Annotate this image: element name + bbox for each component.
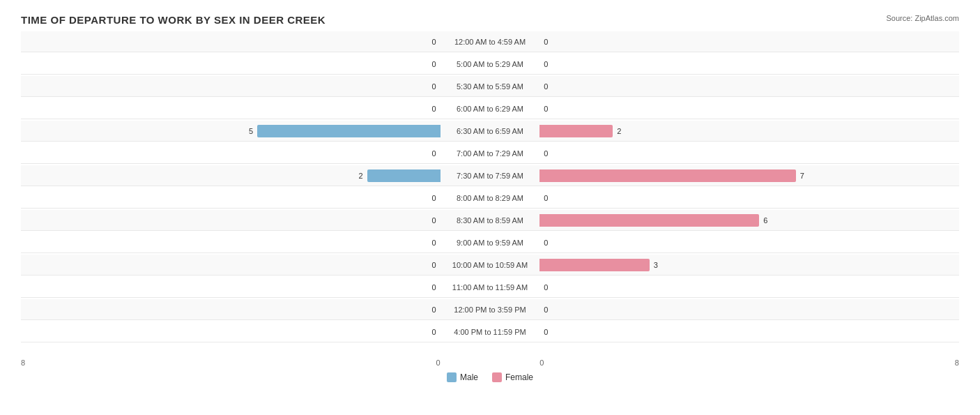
chart-row: 0 4:00 PM to 11:59 PM 0 bbox=[21, 322, 959, 342]
chart-row: 0 6:00 AM to 6:29 AM 0 bbox=[21, 98, 959, 119]
female-section: 0 bbox=[537, 36, 959, 48]
female-section: 2 bbox=[537, 125, 959, 137]
female-value: 3 bbox=[654, 261, 662, 269]
male-value: 0 bbox=[428, 283, 436, 292]
chart-row: 0 11:00 AM to 11:59 AM 0 bbox=[21, 277, 959, 298]
axis-right-max: 8 bbox=[955, 359, 959, 367]
female-bar bbox=[539, 125, 613, 137]
female-section: 0 bbox=[537, 192, 959, 204]
chart-row: 0 5:30 AM to 5:59 AM 0 bbox=[21, 76, 959, 97]
female-value: 0 bbox=[544, 82, 552, 91]
female-section: 6 bbox=[537, 214, 959, 227]
chart-row: 2 7:30 AM to 7:59 AM 7 bbox=[21, 165, 959, 186]
legend-female: Female bbox=[492, 372, 533, 382]
time-label: 9:00 AM to 9:59 AM bbox=[443, 239, 537, 247]
male-section: 0 bbox=[21, 103, 443, 115]
female-value: 0 bbox=[544, 283, 552, 292]
chart-row: 5 6:30 AM to 6:59 AM 2 bbox=[21, 121, 959, 142]
female-value: 0 bbox=[544, 239, 552, 247]
male-section: 5 bbox=[21, 125, 443, 137]
male-value: 0 bbox=[428, 149, 436, 158]
male-value: 5 bbox=[245, 127, 253, 135]
male-section: 0 bbox=[21, 147, 443, 160]
male-section: 0 bbox=[21, 80, 443, 93]
female-section: 0 bbox=[537, 80, 959, 93]
male-value: 0 bbox=[428, 305, 436, 314]
chart-row: 0 9:00 AM to 9:59 AM 0 bbox=[21, 232, 959, 253]
legend-male-label: Male bbox=[460, 372, 478, 382]
female-bar bbox=[539, 259, 650, 271]
female-section: 0 bbox=[537, 326, 959, 338]
male-section: 0 bbox=[21, 192, 443, 204]
male-section: 0 bbox=[21, 58, 443, 70]
chart-row: 0 8:30 AM to 8:59 AM 6 bbox=[21, 210, 959, 231]
time-label: 7:00 AM to 7:29 AM bbox=[443, 149, 537, 158]
male-value: 2 bbox=[355, 172, 363, 180]
chart-row: 0 8:00 AM to 8:29 AM 0 bbox=[21, 188, 959, 209]
chart-container: TIME OF DEPARTURE TO WORK BY SEX IN DEER… bbox=[0, 0, 980, 415]
male-section: 0 bbox=[21, 214, 443, 227]
time-label: 4:00 PM to 11:59 PM bbox=[443, 328, 537, 336]
legend-female-label: Female bbox=[505, 372, 533, 382]
chart-row: 0 7:00 AM to 7:29 AM 0 bbox=[21, 143, 959, 164]
female-section: 3 bbox=[537, 259, 959, 271]
axis-right-zero: 0 bbox=[539, 359, 544, 367]
time-label: 8:30 AM to 8:59 AM bbox=[443, 216, 537, 225]
time-label: 8:00 AM to 8:29 AM bbox=[443, 194, 537, 202]
female-section: 0 bbox=[537, 281, 959, 294]
female-value: 0 bbox=[544, 305, 552, 314]
time-label: 12:00 PM to 3:59 PM bbox=[443, 305, 537, 314]
time-label: 10:00 AM to 10:59 AM bbox=[443, 261, 537, 269]
male-section: 0 bbox=[21, 236, 443, 249]
female-value: 0 bbox=[544, 105, 552, 113]
male-value: 0 bbox=[428, 216, 436, 225]
female-value: 2 bbox=[617, 127, 625, 135]
male-section: 0 bbox=[21, 326, 443, 338]
female-section: 0 bbox=[537, 236, 959, 249]
time-label: 6:00 AM to 6:29 AM bbox=[443, 105, 537, 113]
time-label: 12:00 AM to 4:59 AM bbox=[443, 38, 537, 46]
female-value: 0 bbox=[544, 328, 552, 336]
chart-title: TIME OF DEPARTURE TO WORK BY SEX IN DEER… bbox=[21, 14, 959, 26]
chart-row: 0 5:00 AM to 5:29 AM 0 bbox=[21, 54, 959, 75]
chart-row: 0 12:00 AM to 4:59 AM 0 bbox=[21, 31, 959, 52]
legend-male: Male bbox=[447, 372, 478, 382]
female-value: 0 bbox=[544, 194, 552, 202]
female-value: 0 bbox=[544, 149, 552, 158]
male-value: 0 bbox=[428, 38, 436, 46]
chart-row: 0 12:00 PM to 3:59 PM 0 bbox=[21, 299, 959, 320]
axis-left-max: 8 bbox=[21, 359, 25, 367]
female-section: 0 bbox=[537, 58, 959, 70]
female-bar bbox=[539, 169, 796, 182]
male-bar bbox=[367, 169, 441, 182]
legend: Male Female bbox=[21, 372, 959, 382]
bottom-axis: 8 0 0 8 bbox=[21, 359, 959, 367]
male-value: 0 bbox=[428, 194, 436, 202]
male-value: 0 bbox=[428, 105, 436, 113]
time-label: 5:00 AM to 5:29 AM bbox=[443, 60, 537, 68]
female-bar bbox=[539, 214, 759, 227]
time-label: 6:30 AM to 6:59 AM bbox=[443, 127, 537, 135]
female-section: 7 bbox=[537, 169, 959, 182]
chart-area: 0 12:00 AM to 4:59 AM 0 0 5:00 AM to 5:2… bbox=[21, 31, 959, 356]
female-section: 0 bbox=[537, 303, 959, 316]
male-value: 0 bbox=[428, 60, 436, 68]
male-section: 0 bbox=[21, 281, 443, 294]
legend-female-box bbox=[492, 372, 502, 382]
time-label: 5:30 AM to 5:59 AM bbox=[443, 82, 537, 91]
male-section: 0 bbox=[21, 303, 443, 316]
legend-male-box bbox=[447, 372, 457, 382]
male-value: 0 bbox=[428, 239, 436, 247]
male-section: 2 bbox=[21, 169, 443, 182]
male-section: 0 bbox=[21, 36, 443, 48]
male-value: 0 bbox=[428, 328, 436, 336]
female-value: 7 bbox=[800, 172, 809, 180]
time-label: 7:30 AM to 7:59 AM bbox=[443, 172, 537, 180]
source-label: Source: ZipAtlas.com bbox=[886, 14, 959, 22]
female-value: 0 bbox=[544, 38, 552, 46]
male-section: 0 bbox=[21, 259, 443, 271]
male-value: 0 bbox=[428, 261, 436, 269]
female-section: 0 bbox=[537, 103, 959, 115]
female-section: 0 bbox=[537, 147, 959, 160]
male-value: 0 bbox=[428, 82, 436, 91]
